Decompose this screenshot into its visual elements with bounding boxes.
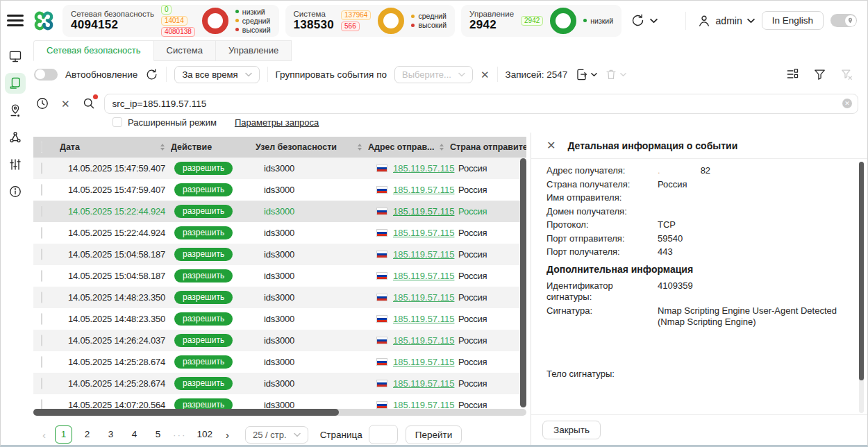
- page-ellipsis[interactable]: ···: [173, 430, 187, 440]
- sender-ip-link[interactable]: 185.119.57.115: [393, 206, 454, 217]
- delete-button[interactable]: [605, 68, 626, 81]
- detail-field-row: Имя отправителя:: [546, 192, 849, 204]
- sender-ip-link[interactable]: 185.119.57.115: [393, 314, 454, 324]
- table-row[interactable]: 14.05.2025 14:25:28.674разрешитьids30001…: [33, 351, 526, 373]
- sidebar-item-settings[interactable]: [5, 154, 26, 175]
- global-refresh-button[interactable]: [631, 13, 658, 28]
- sort-icon[interactable]: [358, 144, 362, 151]
- sender-ip-link[interactable]: 185.119.57.115: [393, 249, 454, 260]
- table-row[interactable]: 14.05.2025 15:47:59.407разрешитьids30001…: [33, 158, 526, 179]
- row-checkbox[interactable]: [41, 378, 42, 389]
- sidebar-item-events-journal[interactable]: [5, 73, 26, 94]
- stat-card-value: 2942: [469, 18, 514, 32]
- export-button[interactable]: [575, 68, 597, 81]
- row-checkbox[interactable]: [41, 184, 42, 196]
- table-row[interactable]: 14.05.2025 15:22:44.924разрешитьids30001…: [33, 222, 526, 244]
- sender-ip-link[interactable]: 185.119.57.115: [393, 292, 454, 303]
- tab-item[interactable]: Управление: [216, 40, 292, 61]
- page-button[interactable]: 102: [193, 425, 217, 444]
- page-button[interactable]: 1: [55, 425, 72, 444]
- row-checkbox[interactable]: [41, 162, 42, 174]
- tab-item[interactable]: Система: [154, 40, 216, 61]
- filter-icon[interactable]: [813, 68, 826, 81]
- page-size-select[interactable]: 25 / стр.: [245, 426, 308, 444]
- table-row[interactable]: 14.05.2025 15:47:59.407разрешитьids30001…: [33, 179, 526, 201]
- sender-ip-link[interactable]: 185.119.57.115: [393, 228, 454, 238]
- refresh-icon[interactable]: [145, 68, 158, 81]
- row-checkbox[interactable]: [41, 270, 42, 282]
- action-pill: разрешить: [174, 291, 233, 304]
- sender-ip-link[interactable]: 185.119.57.115: [393, 185, 454, 195]
- toggle-knob: [845, 15, 856, 26]
- details-close-button[interactable]: Закрыть: [542, 421, 601, 439]
- sender-ip-link[interactable]: 185.119.57.115: [393, 163, 454, 174]
- sidebar-item-network[interactable]: [5, 127, 26, 148]
- page-button[interactable]: 2: [78, 425, 96, 444]
- column-settings-icon[interactable]: [785, 67, 799, 81]
- geo-toggle[interactable]: [831, 14, 857, 27]
- table-row[interactable]: 14.05.2025 15:04:58.187разрешитьids30001…: [33, 244, 526, 265]
- page-button[interactable]: 4: [126, 425, 143, 444]
- user-menu[interactable]: admin: [697, 14, 755, 28]
- query-params-link[interactable]: Параметры запроса: [235, 117, 319, 128]
- column-header[interactable]: Адрес отправ...: [368, 142, 450, 152]
- row-checkbox[interactable]: [41, 205, 42, 217]
- cell-date: 14.05.2025 14:48:23.350: [60, 292, 171, 303]
- table-row[interactable]: 14.05.2025 15:22:44.924разрешитьids30001…: [33, 201, 526, 222]
- tab-active[interactable]: Сетевая безопасность: [33, 40, 154, 61]
- run-search-button[interactable]: [82, 96, 96, 110]
- column-header[interactable]: Дата: [60, 142, 171, 152]
- filter-clear-icon[interactable]: [840, 68, 853, 81]
- page-jump-input[interactable]: [369, 425, 398, 444]
- cell-date: 14.05.2025 15:04:58.187: [60, 249, 171, 260]
- row-checkbox[interactable]: [41, 399, 42, 409]
- advanced-mode-checkbox[interactable]: [112, 117, 122, 127]
- row-checkbox[interactable]: [41, 292, 42, 303]
- input-clear-icon[interactable]: ✕: [842, 99, 852, 108]
- legend-label: средний: [242, 17, 270, 25]
- details-scrollbar[interactable]: [859, 162, 864, 413]
- sort-icon[interactable]: [160, 144, 165, 151]
- table-row[interactable]: 14.05.2025 15:04:58.187разрешитьids30001…: [33, 265, 526, 287]
- prev-page-button[interactable]: ‹: [40, 429, 49, 441]
- row-checkbox[interactable]: [41, 313, 42, 325]
- group-by-select[interactable]: Выберите...: [394, 66, 473, 83]
- sender-ip-link[interactable]: 185.119.57.115: [393, 357, 454, 367]
- row-checkbox[interactable]: [41, 335, 42, 346]
- sender-ip-link[interactable]: 185.119.57.115: [393, 400, 454, 409]
- sidebar-item-geo-map[interactable]: [5, 100, 26, 121]
- sender-ip-link[interactable]: 185.119.57.115: [393, 335, 454, 346]
- table-vertical-scrollbar[interactable]: [520, 158, 526, 407]
- details-close-icon[interactable]: ✕: [546, 140, 556, 151]
- language-switch-button[interactable]: In English: [762, 11, 824, 30]
- sort-icon[interactable]: [440, 144, 444, 151]
- sender-ip-link[interactable]: 185.119.57.115: [393, 271, 454, 281]
- autorefresh-toggle[interactable]: [34, 69, 58, 81]
- row-checkbox[interactable]: [41, 248, 42, 260]
- time-range-select[interactable]: За все время: [174, 66, 259, 83]
- sender-ip-link[interactable]: 185.119.57.115: [393, 378, 454, 389]
- search-history-icon[interactable]: [35, 96, 49, 110]
- search-query-input[interactable]: [104, 94, 858, 114]
- clear-grouping-button[interactable]: ✕: [481, 69, 490, 80]
- next-page-button[interactable]: ›: [223, 429, 232, 441]
- table-row[interactable]: 14.05.2025 14:26:24.037разрешитьids30001…: [33, 330, 526, 351]
- page-button[interactable]: 5: [149, 425, 167, 444]
- table-row[interactable]: 14.05.2025 14:07:20.564разрешитьids30001…: [33, 394, 526, 409]
- table-horizontal-scrollbar[interactable]: [33, 409, 526, 416]
- column-header[interactable]: Узел безопасности: [256, 142, 368, 152]
- select-all-checkbox[interactable]: [41, 142, 42, 153]
- row-checkbox[interactable]: [41, 227, 42, 239]
- page-go-button[interactable]: Перейти: [406, 425, 462, 444]
- clear-search-button[interactable]: ✕: [61, 99, 70, 109]
- table-row[interactable]: 14.05.2025 14:48:23.350разрешитьids30001…: [33, 287, 526, 308]
- detail-field-value: 59540: [658, 233, 849, 245]
- sidebar-item-info[interactable]: [5, 181, 26, 202]
- row-checkbox[interactable]: [41, 356, 42, 368]
- hamburger-menu-icon[interactable]: [7, 12, 24, 30]
- page-button[interactable]: 3: [102, 425, 119, 444]
- table-row[interactable]: 14.05.2025 14:25:28.674разрешитьids30001…: [33, 373, 526, 394]
- sidebar-item-dashboard[interactable]: [5, 46, 26, 67]
- export-icon: [575, 68, 588, 81]
- table-row[interactable]: 14.05.2025 14:48:23.350разрешитьids30001…: [33, 308, 526, 330]
